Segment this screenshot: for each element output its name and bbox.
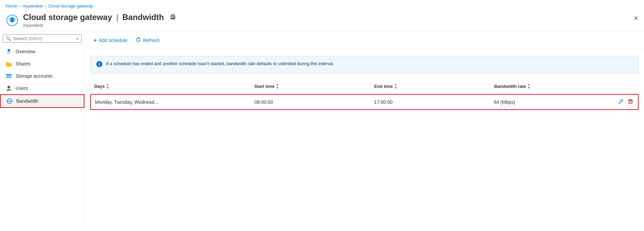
- sort-days[interactable]: ▲ ▼: [106, 83, 109, 90]
- breadcrumb-sep-2: ›: [45, 4, 46, 8]
- svg-rect-12: [6, 76, 12, 77]
- search-box[interactable]: 🔍 «: [3, 34, 82, 43]
- search-icon: 🔍: [6, 36, 11, 41]
- sidebar-item-shares[interactable]: Shares: [0, 58, 84, 70]
- svg-rect-4: [172, 15, 174, 16]
- sidebar-item-users-label: Users: [16, 85, 28, 91]
- sidebar-item-overview-label: Overview: [16, 49, 35, 54]
- breadcrumb-sep-1: ›: [19, 4, 21, 8]
- breadcrumb: Home › myasetest › Cloud storage gateway: [0, 0, 644, 11]
- storage-accounts-icon: [5, 73, 12, 79]
- shares-icon: [5, 60, 12, 67]
- resource-icon: [5, 14, 19, 27]
- add-schedule-button[interactable]: + Add schedule: [90, 35, 131, 45]
- col-actions: [614, 83, 635, 90]
- svg-rect-11: [6, 74, 12, 75]
- print-button[interactable]: [169, 14, 176, 21]
- table-row: Monday, Tuesday, Wednesd... 08:00:00 17:…: [90, 94, 639, 110]
- info-icon: i: [96, 61, 103, 69]
- col-start-time: Start time ▲ ▼: [254, 83, 374, 90]
- info-banner: i If a schedule has ended and another sc…: [90, 56, 639, 74]
- info-text: If a schedule has ended and another sche…: [106, 60, 334, 67]
- svg-rect-10: [6, 62, 9, 64]
- breadcrumb-current[interactable]: Cloud storage gateway: [48, 3, 93, 8]
- bandwidth-table: Days ▲ ▼ Start time ▲ ▼ End time: [90, 80, 639, 110]
- users-icon: [5, 85, 12, 92]
- close-button[interactable]: ✕: [633, 15, 639, 22]
- sort-bandwidth-rate[interactable]: ▲ ▼: [527, 83, 530, 90]
- svg-point-8: [8, 49, 10, 51]
- cell-actions: [613, 98, 634, 106]
- sidebar-item-overview[interactable]: Overview: [0, 45, 84, 58]
- sidebar-item-storage-accounts[interactable]: Storage accounts: [0, 70, 84, 82]
- cell-bandwidth-rate: 64 (Mbps): [494, 99, 613, 105]
- sidebar-item-storage-accounts-label: Storage accounts: [16, 73, 53, 79]
- svg-rect-13: [6, 77, 12, 78]
- sidebar-item-bandwidth-label: Bandwidth: [16, 98, 38, 104]
- page-title: Cloud storage gateway | Bandwidth: [23, 13, 176, 22]
- sort-start-time[interactable]: ▲ ▼: [276, 83, 279, 90]
- search-input[interactable]: [13, 36, 73, 41]
- bandwidth-icon: [6, 98, 13, 104]
- cell-end-time: 17:00:00: [374, 99, 494, 105]
- svg-point-6: [174, 17, 175, 17]
- sidebar-item-users[interactable]: Users: [0, 82, 84, 94]
- svg-point-14: [7, 86, 10, 89]
- sidebar-item-shares-label: Shares: [16, 61, 31, 66]
- sort-end-time[interactable]: ▲ ▼: [394, 83, 397, 90]
- main-layout: 🔍 « Overview Shares Storage accounts: [0, 32, 644, 225]
- sidebar-item-bandwidth[interactable]: Bandwidth: [0, 94, 84, 108]
- cell-start-time: 08:00:00: [255, 99, 374, 105]
- collapse-icon[interactable]: «: [76, 36, 79, 41]
- add-icon: +: [94, 37, 97, 43]
- resource-subtitle: myasetest: [23, 23, 176, 28]
- breadcrumb-myasetest[interactable]: myasetest: [23, 3, 43, 8]
- edit-button[interactable]: [618, 98, 624, 106]
- col-bandwidth-rate: Bandwidth rate ▲ ▼: [494, 83, 614, 90]
- sidebar: 🔍 « Overview Shares Storage accounts: [0, 32, 85, 225]
- overview-icon: [5, 48, 12, 55]
- main-content: + Add schedule Refresh i If a schedule h…: [85, 32, 644, 225]
- page-header: Cloud storage gateway | Bandwidth myaset…: [0, 11, 644, 32]
- col-days: Days ▲ ▼: [94, 83, 254, 90]
- col-end-time: End time ▲ ▼: [374, 83, 494, 90]
- refresh-button[interactable]: Refresh: [132, 35, 163, 45]
- svg-rect-5: [172, 18, 174, 19]
- svg-text:i: i: [99, 62, 100, 67]
- toolbar: + Add schedule Refresh: [85, 32, 644, 49]
- table-header: Days ▲ ▼ Start time ▲ ▼ End time: [90, 80, 639, 93]
- refresh-icon: [136, 37, 141, 43]
- breadcrumb-home[interactable]: Home: [5, 3, 17, 8]
- title-group: Cloud storage gateway | Bandwidth myaset…: [23, 13, 176, 28]
- svg-rect-18: [629, 100, 632, 103]
- delete-button[interactable]: [627, 98, 634, 106]
- cell-days: Monday, Tuesday, Wednesd...: [95, 99, 255, 105]
- svg-point-2: [11, 18, 14, 20]
